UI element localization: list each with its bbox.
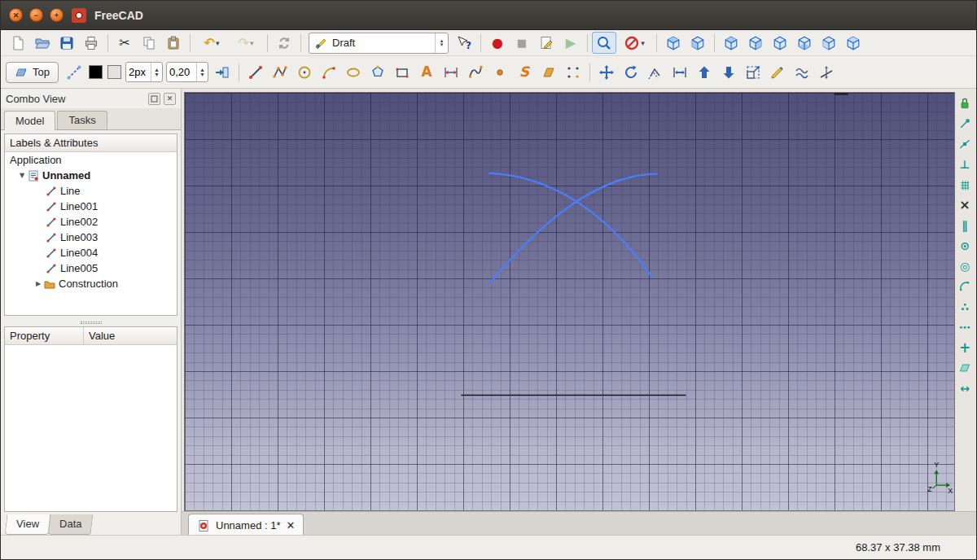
snap-center-button[interactable]: ◎	[955, 256, 975, 276]
new-document-button[interactable]	[6, 32, 30, 54]
face-color-swatch[interactable]	[107, 65, 121, 79]
macro-execute-button[interactable]: ▶	[559, 32, 583, 54]
snap-dimensions-button[interactable]: ↔	[955, 378, 975, 398]
draft-polygon-button[interactable]	[366, 61, 390, 83]
view-top-button[interactable]	[719, 32, 743, 54]
draft-slope-button[interactable]	[814, 61, 839, 83]
tree-row-line003[interactable]: Line003	[5, 230, 177, 245]
view-isometric-button[interactable]	[661, 32, 686, 54]
tab-tasks[interactable]: Tasks	[57, 111, 107, 129]
tree-row-line004[interactable]: Line004	[5, 245, 177, 260]
undo-button[interactable]: ↶ ▾	[195, 32, 229, 54]
property-column-header[interactable]: Property	[5, 327, 84, 344]
snap-endpoint-button[interactable]	[955, 114, 975, 133]
view-right-button[interactable]	[743, 32, 768, 54]
text-scale-spinbox[interactable]: ▴▾	[166, 62, 208, 82]
sketch-arc-2[interactable]	[489, 174, 656, 283]
tree-row-line005[interactable]: Line005	[5, 260, 177, 276]
3d-viewport[interactable]: Y Z X	[184, 92, 955, 511]
print-button[interactable]	[79, 32, 103, 54]
snap-arc-button[interactable]	[955, 277, 975, 296]
workbench-selector[interactable]: Draft ▴ ▾	[309, 33, 449, 54]
value-column-header[interactable]: Value	[84, 327, 177, 344]
draft-upgrade-button[interactable]	[692, 61, 716, 83]
window-close-button[interactable]: ✕	[9, 8, 23, 22]
panel-close-button[interactable]: ✕	[164, 93, 176, 105]
line-color-swatch[interactable]	[89, 65, 103, 79]
macro-edit-button[interactable]	[534, 32, 559, 54]
snap-perpendicular-button[interactable]: ⊥	[955, 155, 975, 174]
window-minimize-button[interactable]: −	[29, 8, 43, 22]
tree-row-line[interactable]: Line	[5, 183, 177, 199]
tree-row-application[interactable]: Application	[5, 152, 177, 168]
draft-dimension-button[interactable]	[439, 61, 463, 83]
view-rear-button[interactable]	[768, 32, 792, 54]
snap-near-button[interactable]: ⊙	[955, 236, 975, 256]
snap-midpoint-button[interactable]	[955, 134, 975, 154]
tree-row-document[interactable]: ▼ Unnamed	[5, 168, 177, 183]
tab-view[interactable]: View	[5, 514, 51, 535]
draft-ellipse-button[interactable]	[341, 61, 366, 83]
snap-intersection-button[interactable]: ×	[955, 195, 975, 215]
document-tab[interactable]: Unnamed : 1* ✕	[188, 514, 304, 536]
redo-button[interactable]: ↷ ▾	[229, 32, 263, 54]
draft-rotate-button[interactable]	[619, 61, 643, 83]
macro-record-button[interactable]: ●	[485, 32, 510, 54]
copy-button[interactable]	[137, 32, 161, 54]
text-scale-spinner[interactable]: ▴▾	[196, 63, 208, 81]
snap-working-plane-button[interactable]	[955, 358, 975, 378]
refresh-button[interactable]	[272, 32, 296, 54]
snap-lock-button[interactable]	[955, 94, 975, 113]
save-button[interactable]	[55, 32, 79, 54]
view-left-button[interactable]	[817, 32, 841, 54]
macro-stop-button[interactable]: ■	[510, 32, 534, 54]
text-scale-input[interactable]	[167, 66, 196, 78]
tab-model[interactable]: Model	[4, 111, 55, 130]
snap-parallel-button[interactable]: ∥	[955, 216, 975, 235]
paste-button[interactable]	[161, 32, 186, 54]
autogroup-button[interactable]	[210, 61, 234, 83]
line-width-spinner[interactable]: ▴▾	[151, 63, 162, 81]
draft-rectangle-button[interactable]	[390, 61, 414, 83]
working-plane-button[interactable]: Top	[6, 62, 59, 83]
draft-scale-button[interactable]	[741, 61, 765, 83]
draft-offset-button[interactable]	[643, 61, 668, 83]
draft-circle-button[interactable]	[292, 61, 317, 83]
draft-arc-button[interactable]	[317, 61, 341, 83]
snap-extension-button[interactable]: ⋯	[955, 317, 975, 337]
tree-row-line002[interactable]: Line002	[5, 214, 177, 230]
tree-row-construction[interactable]: ▶ Construction	[5, 276, 177, 291]
view-bottom-button[interactable]	[792, 32, 817, 54]
line-width-spinbox[interactable]: ▴▾	[125, 62, 163, 82]
draft-text-button[interactable]: A	[414, 61, 439, 83]
draft-wire-button[interactable]	[268, 61, 292, 83]
draft-line-button[interactable]	[243, 61, 268, 83]
view-fit-all-button[interactable]	[592, 32, 616, 54]
draft-wire-to-bspline-button[interactable]	[790, 61, 814, 83]
draw-style-button[interactable]: ▾	[616, 32, 652, 54]
snap-grid-button[interactable]	[955, 175, 975, 195]
line-width-input[interactable]	[126, 66, 151, 78]
draft-shapestring-button[interactable]: S	[512, 61, 537, 83]
sketch-arc-1[interactable]	[489, 173, 651, 278]
cut-button[interactable]: ✂	[112, 32, 137, 54]
draft-point-array-button[interactable]	[561, 61, 585, 83]
tree-row-line001[interactable]: Line001	[5, 199, 177, 214]
draft-downgrade-button[interactable]	[716, 61, 741, 83]
tab-close-icon[interactable]: ✕	[287, 519, 296, 532]
window-maximize-button[interactable]: +	[50, 8, 64, 22]
tab-data[interactable]: Data	[48, 514, 94, 535]
draft-bspline-button[interactable]	[463, 61, 488, 83]
draft-point-button[interactable]	[488, 61, 512, 83]
whats-this-button[interactable]: ?	[452, 32, 476, 54]
expander-open-icon[interactable]: ▼	[18, 172, 26, 179]
draft-move-button[interactable]	[594, 61, 619, 83]
open-document-button[interactable]	[30, 32, 55, 54]
draft-trimex-button[interactable]	[668, 61, 692, 83]
snap-special-button[interactable]: +	[955, 338, 975, 357]
view-axonometric-button[interactable]	[841, 32, 865, 54]
panel-splitter[interactable]	[1, 319, 181, 326]
construction-mode-button[interactable]	[62, 61, 86, 83]
draft-edit-button[interactable]	[765, 61, 790, 83]
expander-closed-icon[interactable]: ▶	[34, 280, 42, 287]
